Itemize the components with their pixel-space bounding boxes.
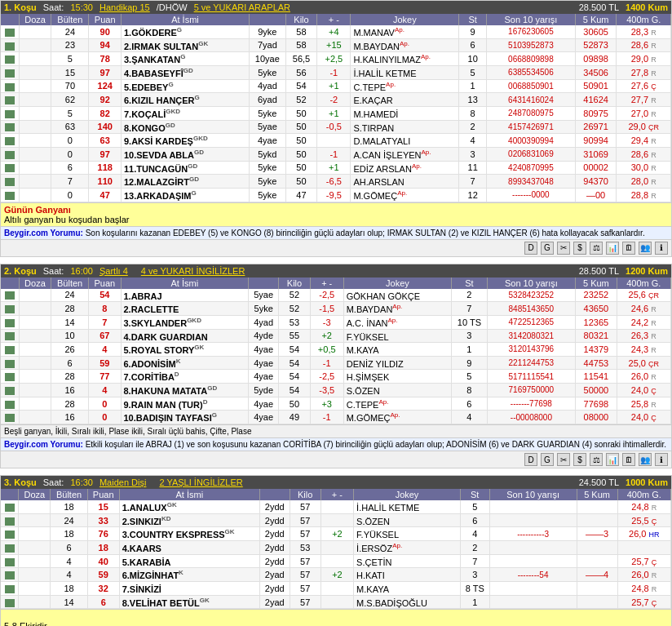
jokey-cell[interactable]: İ.HALİL KETME [351, 65, 459, 79]
horse-name-cell[interactable]: 7.CORİTİBAD [121, 370, 249, 384]
chart-icon[interactable]: 📊 [606, 242, 619, 255]
horse-name-cell[interactable]: 1.ABRAJ [121, 289, 249, 302]
horse-name-cell[interactable]: 8.HAKUNA MATATAGD [121, 384, 249, 397]
horse-name-cell[interactable]: 9.RAIN MAN (TUR)D [121, 397, 249, 411]
doza-cell [19, 302, 51, 316]
dollar-icon[interactable]: $ [573, 453, 586, 466]
jokey-cell[interactable]: AH.ARSLAN [351, 175, 459, 189]
info-icon[interactable]: ℹ [655, 453, 668, 466]
jokey-cell[interactable]: M.BAYDANAp. [351, 38, 459, 52]
jokey-cell[interactable]: A.CAN İŞLEYENAp. [351, 147, 459, 161]
horse-name-cell[interactable]: 6.ADONİSİMK [121, 356, 249, 370]
horse-name-cell[interactable]: 8.VELİHAT BETÜLGK [119, 595, 259, 609]
horse-name-cell[interactable]: 1.ANALUXGK [119, 500, 259, 513]
jokey-cell[interactable]: C.TEPEAp. [343, 397, 451, 411]
jokey-cell[interactable]: M.BAYDANAp. [343, 302, 451, 316]
d-icon[interactable]: D [524, 242, 537, 255]
g-icon[interactable]: G [541, 242, 554, 255]
horse-name-cell[interactable]: 2.RACLETTE [121, 302, 249, 316]
bulten-cell: 15 [51, 65, 89, 79]
badge-value: R [651, 319, 657, 327]
g-icon[interactable]: G [541, 453, 554, 466]
horse-name-cell[interactable]: 2.IRMAK SULTANGK [121, 38, 249, 52]
calendar-icon[interactable]: 🗓 [622, 453, 635, 466]
horse-name-cell[interactable]: 4.DARK GUARDIAN [121, 329, 249, 343]
jokey-cell[interactable]: H.KALINYILMAZAp. [351, 52, 459, 66]
race-table: DozaBültenPuanAt İsmiKilo+ -JokeyStSon 1… [1, 277, 671, 425]
st-cell: 1 [459, 79, 487, 93]
horse-name-cell[interactable]: 6.KIZIL HANÇERG [121, 93, 249, 107]
horse-name-cell[interactable]: 2.SINKIZIKD [119, 513, 259, 527]
jokey-cell[interactable]: H.ŞİMŞEK [343, 370, 451, 384]
puan-cell: 0 [89, 411, 121, 424]
horse-name-cell[interactable]: 3.ŞANKATANG [121, 52, 249, 66]
jokey-cell[interactable]: İ.HALİL KETME [354, 500, 461, 513]
horse-name-cell[interactable]: 6.MİZGİNHATK [119, 568, 259, 582]
race-handicap[interactable]: Şartlı 4 [99, 266, 128, 276]
race-category[interactable]: 5 ve YUKARI ARAPLAR [194, 2, 290, 12]
calendar-icon[interactable]: 🗓 [622, 242, 635, 255]
jokey-cell[interactable]: F.YÜKSEL [343, 329, 451, 343]
jokey-cell[interactable]: S.ÇETİN [354, 554, 461, 568]
horse-name-cell[interactable]: 11.TUNCAGÜNGD [121, 161, 249, 175]
chart-icon[interactable]: 📊 [606, 453, 619, 466]
badge-value: Ç [651, 82, 657, 91]
jokey-cell[interactable]: M.KAYA [343, 343, 451, 357]
scissors-icon[interactable]: ✂ [557, 453, 570, 466]
jokey-cell[interactable]: A.C. İNANAp. [343, 315, 451, 329]
jokey-cell[interactable]: S.ÖZEN [354, 513, 461, 527]
jokey-cell[interactable]: GÖKHAN GÖKÇE [343, 289, 451, 302]
d-icon[interactable]: D [524, 453, 537, 466]
horse-name-cell[interactable]: 8.KONGOGD [121, 120, 249, 134]
horse-sup: GK [194, 344, 204, 351]
race-category[interactable]: 2 YAŞLI İNGİLİZLER [159, 477, 242, 487]
col-header-st: St [452, 277, 488, 289]
horse-name-cell[interactable]: 13.ARKADAŞIMG [121, 188, 249, 202]
horse-name-cell[interactable]: 3.COUNTRY EKSPRESSGK [119, 527, 259, 541]
jokey-cell[interactable]: F.YÜKSEL [354, 527, 461, 541]
son10-cell: -------0000 [487, 188, 576, 202]
horse-name-cell[interactable]: 5.EDEBEYG [121, 79, 249, 93]
race-category[interactable]: 4 ve YUKARI İNGİLİZLER [141, 266, 245, 276]
jokey-cell[interactable]: M.GÖMEÇAp. [343, 411, 451, 424]
jokey-cell[interactable]: M.GÖMEÇAp. [351, 188, 459, 202]
horse-name-cell[interactable]: 4.KAARS [119, 541, 259, 555]
horse-name-cell[interactable]: 5.KARABİA [119, 554, 259, 568]
jokey-cell[interactable]: İ.ERSÖZAp. [354, 541, 461, 555]
jokey-cell[interactable]: D.MALATYALI [351, 134, 459, 148]
users-icon[interactable]: 👥 [639, 242, 652, 255]
info-icon[interactable]: ℹ [655, 242, 668, 255]
col-header-st: St [460, 489, 489, 500]
horse-name-cell[interactable]: 1.GÖKDEREG [121, 25, 249, 38]
jokey-cell[interactable]: C.TEPEAp. [351, 79, 459, 93]
horse-name-cell[interactable]: 10.BADIŞIN TAYFASIG [121, 411, 249, 424]
horse-name-cell[interactable]: 12.MALAZGİRTGD [121, 175, 249, 189]
horse-name-cell[interactable]: 10.SEVDA ABLAGD [121, 147, 249, 161]
horse-name-cell[interactable]: 9.AKSİ KARDEŞGKD [121, 134, 249, 148]
dollar-icon[interactable]: $ [573, 242, 586, 255]
col-header-+--: + - [317, 14, 351, 25]
race-handicap[interactable]: Maiden Dişi [99, 477, 146, 487]
users-icon[interactable]: 👥 [639, 453, 652, 466]
jokey-cell[interactable]: S.ÖZEN [343, 384, 451, 397]
scale-icon[interactable]: ⚖ [590, 242, 603, 255]
jokey-cell[interactable]: EDİZ ARSLANAp. [351, 161, 459, 175]
horse-name-cell[interactable]: 3.SKYLANDERGKD [121, 315, 249, 329]
horse-name-cell[interactable]: 4.BABASEYFÎGD [121, 65, 249, 79]
race-handicap[interactable]: Handikap 15 [99, 2, 150, 12]
jokey-cell[interactable]: DENİZ YILDIZ [343, 356, 451, 370]
jokey-cell[interactable]: M.HAMEDİ [351, 106, 459, 120]
jokey-cell[interactable]: S.TIRPAN [351, 120, 459, 134]
son5kum-cell: 09898 [575, 52, 617, 66]
horse-name-text: 6.KIZIL HANÇER [124, 95, 195, 105]
horse-name-cell[interactable]: 5.ROYAL STORYGK [121, 343, 249, 357]
jokey-cell[interactable]: M.KAYA [354, 582, 461, 596]
jokey-cell[interactable]: E.KAÇAR [351, 93, 459, 107]
horse-name-cell[interactable]: 7.KOÇALİGKD [121, 106, 249, 120]
jokey-cell[interactable]: M.S.BADİŞOĞLU [354, 595, 461, 609]
horse-name-cell[interactable]: 7.SİNKİZİ [119, 582, 259, 596]
jokey-cell[interactable]: M.MANAVAp. [351, 25, 459, 38]
scale-icon[interactable]: ⚖ [590, 453, 603, 466]
scissors-icon[interactable]: ✂ [557, 242, 570, 255]
jokey-cell[interactable]: H.KATI [354, 568, 461, 582]
